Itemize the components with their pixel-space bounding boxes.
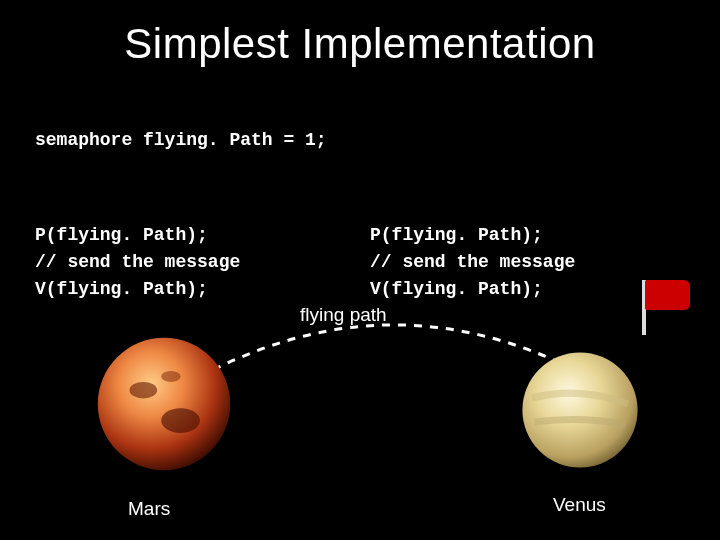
- mars-label: Mars: [128, 498, 170, 520]
- svg-point-3: [161, 371, 180, 382]
- code-block-left: P(flying. Path); // send the message V(f…: [35, 195, 240, 303]
- flag-icon: [640, 280, 695, 340]
- svg-point-4: [522, 352, 637, 467]
- svg-point-0: [98, 338, 230, 470]
- mars-planet: [95, 335, 233, 473]
- svg-point-1: [130, 382, 158, 399]
- venus-label: Venus: [553, 494, 606, 516]
- slide-title: Simplest Implementation: [0, 20, 720, 68]
- code-block-right: P(flying. Path); // send the message V(f…: [370, 195, 575, 303]
- left-line-1: P(flying. Path);: [35, 225, 208, 245]
- left-line-3: V(flying. Path);: [35, 279, 208, 299]
- venus-planet: [520, 350, 640, 470]
- left-line-2: // send the message: [35, 252, 240, 272]
- right-line-2: // send the message: [370, 252, 575, 272]
- flying-path-label: flying path: [300, 304, 387, 326]
- right-line-1: P(flying. Path);: [370, 225, 543, 245]
- right-line-3: V(flying. Path);: [370, 279, 543, 299]
- semaphore-declaration: semaphore flying. Path = 1;: [35, 130, 327, 150]
- svg-point-2: [161, 408, 200, 433]
